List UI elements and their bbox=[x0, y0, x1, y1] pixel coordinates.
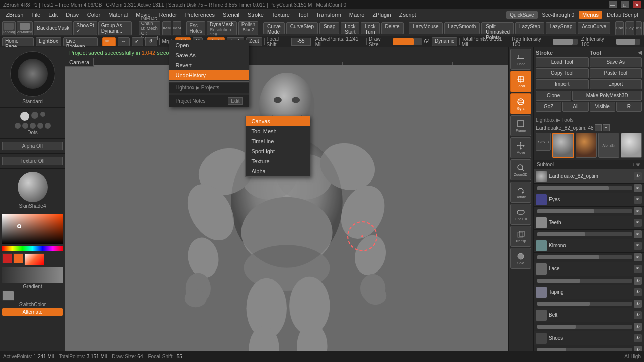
dock-zoom3d-btn[interactable]: Zoom3D bbox=[510, 159, 531, 180]
shoes-eye[interactable]: 👁 bbox=[634, 346, 642, 351]
clone-btn[interactable]: Clone bbox=[536, 90, 571, 101]
menu-seethru[interactable]: See-through 0 bbox=[539, 11, 578, 19]
belt-eye[interactable]: 👁 bbox=[634, 323, 642, 331]
viewport-bg[interactable] bbox=[65, 65, 508, 351]
subtool-filter-btn[interactable]: ↓ bbox=[632, 162, 635, 167]
imm-chain-btn[interactable]: IMM Dr: Chain B: Mech CI: insert_cl bbox=[139, 21, 161, 35]
visible-btn[interactable]: Visible bbox=[590, 102, 615, 112]
earthquake-slider[interactable] bbox=[537, 186, 632, 190]
subtool-kimono-vis[interactable]: 👁 bbox=[634, 242, 642, 250]
texture-indicator[interactable]: Texture Off bbox=[2, 157, 63, 165]
menu-preferences[interactable]: Preferences bbox=[182, 11, 218, 19]
import-btn[interactable]: Import bbox=[536, 79, 589, 89]
paste-tool-btn[interactable]: Paste Tool bbox=[590, 68, 642, 78]
lockturn-btn[interactable]: Lock Turn bbox=[361, 22, 379, 34]
file-undohistory[interactable]: UndoHistory bbox=[169, 70, 249, 80]
canvas-texture[interactable]: Texture bbox=[246, 156, 310, 166]
menu-stencil[interactable]: Stencil bbox=[219, 11, 243, 19]
dock-move-btn[interactable]: Move bbox=[510, 137, 531, 158]
showpt-btn[interactable]: ShowPt ✓ bbox=[73, 21, 97, 35]
menu-menus[interactable]: Menus bbox=[579, 11, 602, 19]
lace-slider[interactable] bbox=[537, 279, 632, 283]
all-btn[interactable]: All bbox=[562, 102, 588, 112]
menu-edit[interactable]: Edit bbox=[45, 11, 61, 19]
menu-zscript[interactable]: Zscript bbox=[396, 11, 420, 19]
alphabr-thumb[interactable]: AlphaBr bbox=[598, 133, 619, 158]
topolog-btn[interactable]: Topolog bbox=[2, 21, 16, 35]
subtool-belt-vis[interactable]: 👁 bbox=[634, 311, 642, 319]
groupas-btn[interactable]: Group As Dynami... bbox=[98, 21, 132, 35]
earthquake-eye[interactable]: 👁 bbox=[634, 184, 642, 192]
menu-defaultscript[interactable]: DefaultScript bbox=[603, 11, 642, 19]
dynamesh-btn[interactable]: DynaMesh Resolution 128 bbox=[207, 21, 237, 35]
load-tool-btn[interactable]: Load Tool bbox=[536, 57, 589, 67]
canvas-timeline[interactable]: TimeLine bbox=[246, 136, 310, 146]
dynamic-btn[interactable]: Dynamic bbox=[432, 37, 457, 46]
mrgbzi-thumb[interactable] bbox=[576, 133, 597, 158]
earthquake-decrement[interactable]: - bbox=[595, 124, 602, 131]
subtool-sort-btn[interactable]: ↑ bbox=[629, 162, 631, 167]
subtool-earthquake[interactable]: Earthquake_82_optim 👁 bbox=[534, 169, 644, 184]
menu-tool[interactable]: Tool bbox=[294, 11, 311, 19]
menu-zbrush[interactable]: ZBrush bbox=[2, 11, 27, 19]
z2models-btn[interactable]: Z2Models bbox=[17, 21, 33, 35]
makepoly-btn[interactable]: Make PolyMesh3D bbox=[572, 90, 642, 101]
shoes-slider[interactable] bbox=[537, 348, 632, 351]
earthquake-increment[interactable]: + bbox=[603, 124, 610, 131]
canvas-draw-btn[interactable]: ✏ Canvas Tool Mesh TimeLine SpotLight Te… bbox=[102, 37, 116, 46]
alpha-indicator[interactable]: Alpha Off bbox=[2, 142, 63, 150]
menu-texture[interactable]: Texture bbox=[268, 11, 293, 19]
menu-draw[interactable]: Draw bbox=[62, 11, 83, 19]
lazystep-btn[interactable]: LazyStep bbox=[515, 22, 544, 34]
maximize-btn[interactable]: □ bbox=[621, 1, 629, 8]
subtool-earthquake-vis[interactable]: 👁 bbox=[634, 172, 642, 180]
canvas-alpha[interactable]: Alpha bbox=[246, 166, 310, 176]
subtool-belt[interactable]: Belt 👁 bbox=[534, 308, 644, 322]
subtool-lace-vis[interactable]: 👁 bbox=[634, 265, 642, 273]
gradient-preview[interactable] bbox=[2, 267, 63, 283]
scale-btn[interactable]: ⤢ bbox=[132, 37, 144, 46]
export-btn[interactable]: Export bbox=[590, 79, 642, 89]
dock-local-btn[interactable]: Local bbox=[510, 71, 531, 92]
homepage-btn[interactable]: Home Page bbox=[2, 37, 34, 46]
teeth-eye[interactable]: 👁 bbox=[634, 230, 642, 238]
rgbintensity-slider[interactable] bbox=[553, 39, 577, 45]
dot-small-3[interactable] bbox=[30, 123, 36, 129]
dot-small-2[interactable] bbox=[22, 123, 28, 129]
esc-holes-btn[interactable]: Esc Holes bbox=[186, 21, 205, 35]
copy-tool-btn[interactable]: Copy Tool bbox=[536, 68, 589, 78]
belt-slider[interactable] bbox=[537, 325, 632, 329]
subtool-taping-vis[interactable]: 👁 bbox=[634, 288, 642, 296]
file-saveas[interactable]: Save As bbox=[169, 50, 249, 60]
subtool-lace[interactable]: Lace 👁 bbox=[534, 262, 644, 276]
subtool-eyes-vis[interactable]: 👁 bbox=[634, 196, 642, 204]
file-revert[interactable]: Revert bbox=[169, 60, 249, 70]
swatch-red[interactable] bbox=[2, 253, 12, 263]
secondary-color-swatch[interactable] bbox=[2, 291, 14, 301]
dock-transp-btn[interactable]: Transp bbox=[510, 226, 531, 247]
lazysmooth-btn[interactable]: LazySmooth bbox=[444, 22, 480, 34]
brush-preview[interactable] bbox=[10, 51, 55, 97]
kimono-slider[interactable] bbox=[537, 255, 632, 259]
lightbox-projects-header[interactable]: Lightbox ▶ Projects bbox=[169, 83, 249, 93]
subtool-eye-btn[interactable]: 👁 bbox=[636, 162, 641, 167]
teeth-slider[interactable] bbox=[537, 232, 632, 236]
dock-solo-btn[interactable]: Solo bbox=[510, 248, 531, 269]
dock-gyrz-btn[interactable]: Gyrz bbox=[510, 93, 531, 114]
subtool-teeth-vis[interactable]: 👁 bbox=[634, 219, 642, 227]
zintensity-slider[interactable] bbox=[616, 39, 640, 45]
menu-color[interactable]: Color bbox=[84, 11, 104, 19]
menu-transform[interactable]: Transform bbox=[312, 11, 345, 19]
swatch-white[interactable] bbox=[24, 253, 44, 265]
file-open[interactable]: Open bbox=[169, 40, 249, 50]
subtool-shoes-vis[interactable]: 👁 bbox=[634, 334, 642, 342]
insertbtn[interactable]: Ins bbox=[636, 21, 642, 35]
dot-small-1[interactable] bbox=[15, 123, 21, 129]
dot-btn-1[interactable] bbox=[20, 112, 29, 121]
drawsize-slider[interactable] bbox=[393, 38, 422, 45]
curvemode-btn[interactable]: Curve Mode bbox=[263, 22, 285, 34]
delete-btn[interactable]: Delete bbox=[381, 22, 404, 34]
lazysnap-btn[interactable]: LazySnap bbox=[546, 22, 576, 34]
claybtn[interactable]: Clay bbox=[625, 21, 634, 35]
edit-btn[interactable]: Edit bbox=[228, 97, 243, 105]
